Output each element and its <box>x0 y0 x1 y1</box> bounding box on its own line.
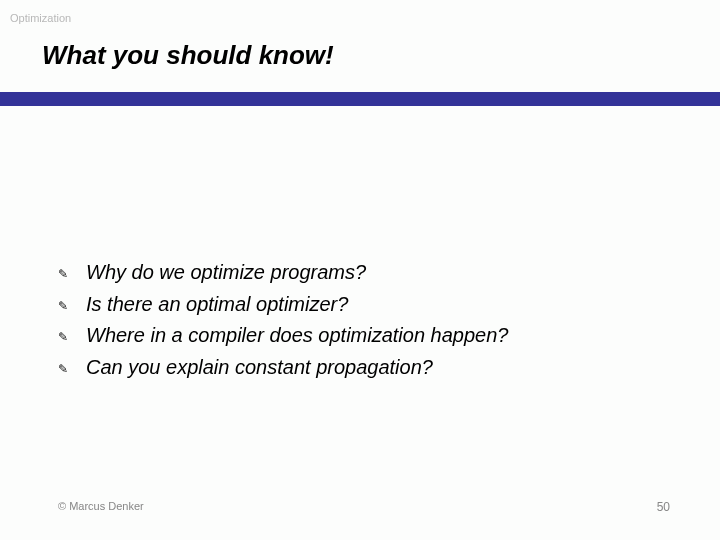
slide-topic: Optimization <box>10 12 71 24</box>
pencil-icon: ✎ <box>58 268 86 280</box>
footer-copyright: © Marcus Denker <box>58 500 144 512</box>
bullet-text: Is there an optimal optimizer? <box>86 292 348 318</box>
bullet-text: Can you explain constant propagation? <box>86 355 433 381</box>
bullet-text: Where in a compiler does optimization ha… <box>86 323 508 349</box>
list-item: ✎ Can you explain constant propagation? <box>58 355 680 381</box>
bullet-list: ✎ Why do we optimize programs? ✎ Is ther… <box>58 260 680 386</box>
list-item: ✎ Is there an optimal optimizer? <box>58 292 680 318</box>
pencil-icon: ✎ <box>58 331 86 343</box>
pencil-icon: ✎ <box>58 363 86 375</box>
list-item: ✎ Why do we optimize programs? <box>58 260 680 286</box>
slide-title: What you should know! <box>42 40 334 71</box>
list-item: ✎ Where in a compiler does optimization … <box>58 323 680 349</box>
title-underline-bar <box>0 92 720 106</box>
pencil-icon: ✎ <box>58 300 86 312</box>
bullet-text: Why do we optimize programs? <box>86 260 366 286</box>
page-number: 50 <box>657 500 670 514</box>
